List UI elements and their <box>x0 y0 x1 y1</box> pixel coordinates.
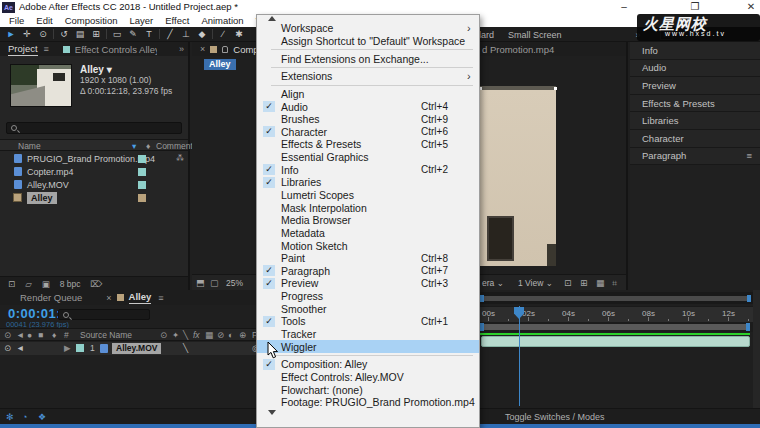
panel-tab-libraries[interactable]: Libraries <box>630 112 760 130</box>
layer-quality-icon[interactable]: ╲ <box>183 343 188 353</box>
flowchart-button-icon[interactable]: ⌗ <box>612 278 617 289</box>
menu-item-paint[interactable]: PaintCtrl+8 <box>257 252 479 265</box>
menu-item-extensions[interactable]: Extensions› <box>257 70 479 83</box>
panel-menu-icon[interactable]: ≡ <box>44 44 49 54</box>
menubar-item-animation[interactable]: Animation <box>195 15 249 27</box>
camera-tool-icon[interactable]: ▤ <box>72 27 88 41</box>
project-item-row[interactable]: Alley <box>0 191 188 204</box>
lock-icon[interactable] <box>222 46 228 53</box>
menu-item-find-extensions-on-exchange[interactable]: Find Extensions on Exchange... <box>257 52 479 65</box>
project-item-name[interactable]: Alley <box>27 192 57 204</box>
interpret-footage-icon[interactable]: ⊡ <box>8 279 15 289</box>
selection-tool-icon[interactable]: ► <box>3 27 19 41</box>
menu-item-metadata[interactable]: Metadata <box>257 227 479 240</box>
menu-item-effects-presets[interactable]: Effects & PresetsCtrl+5 <box>257 138 479 151</box>
menu-item-info[interactable]: ✓InfoCtrl+2 <box>257 163 479 176</box>
roto-brush-tool-icon[interactable]: ∕ <box>215 27 231 41</box>
layer-video-icon[interactable]: ⊙ <box>4 343 11 353</box>
menu-item-media-browser[interactable]: Media Browser <box>257 214 479 227</box>
menu-item-assign-shortcut-to-default-workspace[interactable]: Assign Shortcut to "Default" Workspace› <box>257 35 479 48</box>
shape-tool-icon[interactable]: ▭ <box>109 27 125 41</box>
menu-item-flowchart-none[interactable]: Flowchart: (none) <box>257 383 479 396</box>
work-area-bar[interactable] <box>482 324 747 330</box>
project-item-name[interactable]: Alley.MOV <box>27 180 69 190</box>
tab-overflow-chevron[interactable]: » <box>179 44 184 54</box>
tab-close-icon[interactable]: × <box>200 44 205 54</box>
pen-tool-icon[interactable]: ✎ <box>125 27 141 41</box>
tab-render-queue[interactable]: Render Queue <box>20 292 82 303</box>
hand-tool-icon[interactable]: ✛ <box>19 27 35 41</box>
project-item-row[interactable]: PRUGIO_Brand Promotion.mp4⁂ <box>0 152 188 165</box>
menu-item-wiggler[interactable]: Wiggler <box>257 340 479 353</box>
menu-item-audio[interactable]: ✓AudioCtrl+4 <box>257 100 479 113</box>
camera-select-fragment[interactable]: era ⌄ <box>482 278 504 288</box>
layer-handle[interactable] <box>554 87 557 90</box>
label-color-chip[interactable] <box>138 155 146 163</box>
clone-stamp-tool-icon[interactable]: ⊥ <box>178 27 194 41</box>
menu-item-lumetri-scopes[interactable]: Lumetri Scopes <box>257 189 479 202</box>
timeline-menu-icon[interactable]: ≡ <box>158 293 163 303</box>
show-snapshot-icon[interactable]: ▢ <box>210 278 219 288</box>
view-layout-select[interactable]: 1 View ⌄ <box>518 278 553 288</box>
viewer-composition-name[interactable]: Alley <box>204 59 236 70</box>
workspace-item-standard[interactable]: Standard <box>480 30 494 40</box>
menubar-item-file[interactable]: File <box>3 15 30 27</box>
zoom-tool-icon[interactable]: ⊙ <box>35 27 51 41</box>
close-button[interactable]: ✕ <box>744 0 758 13</box>
panel-tab-info[interactable]: Info <box>630 42 760 60</box>
project-item-row[interactable]: Copter.mp4 <box>0 165 188 178</box>
type-tool-icon[interactable]: T <box>141 27 157 41</box>
menu-item-composition-alley[interactable]: ✓Composition: Alley <box>257 358 479 371</box>
panel-tab-character[interactable]: Character <box>630 130 760 148</box>
menu-item-progress[interactable]: Progress <box>257 290 479 303</box>
work-area-start-handle[interactable] <box>480 323 484 331</box>
timeline-button-icon[interactable]: ▦ <box>596 278 605 288</box>
project-search-input[interactable] <box>6 122 182 134</box>
tab-project[interactable]: Project <box>8 43 38 56</box>
rotation-tool-icon[interactable]: ↺ <box>56 27 72 41</box>
navigator-end-handle[interactable] <box>747 295 751 302</box>
menu-item-footage-prugio-brand-promotion-mp4[interactable]: Footage: PRUGIO_Brand Promotion.mp4 <box>257 396 479 409</box>
menu-item-libraries[interactable]: ✓Libraries <box>257 176 479 189</box>
menu-scroll-up-icon[interactable] <box>257 15 479 22</box>
snapshot-icon[interactable]: ⬒ <box>196 278 205 288</box>
magnification-select[interactable]: 25% <box>226 278 243 288</box>
toggle-switches-modes-button[interactable]: Toggle Switches / Modes <box>505 412 605 422</box>
pan-behind-tool-icon[interactable]: ⊞ <box>88 27 104 41</box>
menu-item-brushes[interactable]: BrushesCtrl+9 <box>257 113 479 126</box>
column-source-name[interactable]: Source Name <box>80 330 132 340</box>
menu-item-workspace[interactable]: Workspace› <box>257 22 479 35</box>
menu-item-character[interactable]: ✓CharacterCtrl+6 <box>257 125 479 138</box>
graph-editor-icon[interactable]: ❖ <box>38 412 46 422</box>
panel-tab-effects-presets[interactable]: Effects & Presets <box>630 95 760 113</box>
brush-tool-icon[interactable]: ╱ <box>162 27 178 41</box>
motion-blur-enable-icon[interactable]: ◔ <box>22 412 27 422</box>
puppet-pin-tool-icon[interactable]: ✱ <box>231 27 247 41</box>
eraser-tool-icon[interactable]: ◆ <box>194 27 210 41</box>
menu-item-mask-interpolation[interactable]: Mask Interpolation <box>257 201 479 214</box>
tab-close-icon[interactable]: × <box>106 293 111 303</box>
panel-tab-preview[interactable]: Preview <box>630 77 760 95</box>
bit-depth-label[interactable]: 8 bpc <box>60 279 81 289</box>
new-composition-icon[interactable]: ▣ <box>42 279 50 289</box>
label-color-chip[interactable] <box>138 194 146 202</box>
menu-item-preview[interactable]: ✓PreviewCtrl+3 <box>257 277 479 290</box>
menubar-item-composition[interactable]: Composition <box>59 15 124 27</box>
menu-item-paragraph[interactable]: ✓ParagraphCtrl+7 <box>257 265 479 278</box>
label-color-chip[interactable] <box>138 181 146 189</box>
navigator-start-handle[interactable] <box>480 295 484 302</box>
panel-tab-paragraph[interactable]: Paragraph≡ <box>630 148 760 166</box>
frame-blend-enable-icon[interactable]: ✻ <box>6 412 14 422</box>
trash-icon[interactable]: ⌦ <box>91 279 103 289</box>
work-area-end-handle[interactable] <box>746 323 750 331</box>
column-comment[interactable]: Comment <box>156 141 193 151</box>
column-name[interactable]: Name <box>18 141 41 151</box>
tab-effect-controls[interactable]: Effect Controls Alley.MOV <box>75 44 157 55</box>
menu-item-align[interactable]: Align <box>257 88 479 101</box>
panel-tab-audio[interactable]: Audio <box>630 60 760 78</box>
layer-duration-bar[interactable] <box>481 336 750 347</box>
menu-item-essential-graphics[interactable]: Essential Graphics <box>257 151 479 164</box>
label-column-icon[interactable]: ♦ <box>146 141 150 151</box>
menu-item-tools[interactable]: ✓ToolsCtrl+1 <box>257 315 479 328</box>
tab-alley[interactable]: Alley <box>129 291 152 304</box>
